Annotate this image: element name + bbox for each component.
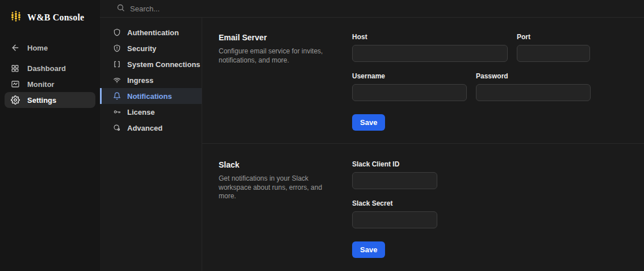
email-server-section: Email Server Configure email service for… [202, 18, 644, 144]
sidebar-item-settings[interactable]: Settings [5, 92, 95, 108]
wandb-dots-logo-icon [10, 10, 22, 25]
subnav-item-label: Advanced [127, 124, 162, 132]
wifi-icon [112, 76, 121, 85]
port-input[interactable] [517, 45, 590, 62]
slack-secret-label: Slack Secret [352, 199, 437, 207]
search-input[interactable] [130, 5, 300, 13]
host-field-group: Host [352, 33, 508, 62]
sidebar-item-home[interactable]: Home [5, 40, 95, 56]
section-title: Email Server [219, 33, 335, 42]
topbar [100, 0, 644, 18]
content-region: Authentication Security System Connectio… [100, 0, 644, 271]
search-bar[interactable] [116, 3, 644, 14]
slack-info: Slack Get notifications in your Slack wo… [219, 160, 352, 258]
password-input[interactable] [476, 84, 591, 101]
monitor-chart-icon [10, 80, 20, 89]
brand: W&B Console [0, 8, 100, 31]
subnav-item-authentication[interactable]: Authentication [100, 24, 202, 40]
settings-main: Email Server Configure email service for… [202, 18, 644, 271]
search-icon [116, 3, 125, 14]
section-title: Slack [219, 160, 335, 169]
slack-save-button[interactable]: Save [352, 241, 385, 258]
settings-subnav: Authentication Security System Connectio… [100, 18, 202, 271]
username-input[interactable] [352, 84, 467, 101]
advanced-gear-icon [112, 124, 121, 132]
slack-secret-field-group: Slack Secret [352, 199, 437, 228]
subnav-item-license[interactable]: License [100, 104, 202, 120]
slack-client-id-input[interactable] [352, 172, 437, 189]
subnav-item-security[interactable]: Security [100, 40, 202, 56]
slack-client-id-label: Slack Client ID [352, 160, 437, 168]
subnav-item-label: Security [127, 44, 156, 53]
slack-section: Slack Get notifications in your Slack wo… [202, 144, 644, 258]
subnav-item-label: Ingress [127, 76, 153, 85]
sidebar-item-dashboard[interactable]: Dashboard [5, 60, 95, 76]
brackets-icon [112, 60, 121, 69]
subnav-item-label: System Connections [127, 60, 200, 69]
app-title: W&B Console [27, 12, 84, 23]
email-server-form: Host Port Username [352, 33, 591, 143]
key-icon [112, 108, 121, 116]
subnav-item-label: Authentication [127, 28, 179, 37]
slack-secret-input[interactable] [352, 211, 437, 228]
primary-nav: Home Dashboard Monitor Settings [0, 40, 100, 108]
subnav-item-ingress[interactable]: Ingress [100, 72, 202, 88]
subnav-item-system-connections[interactable]: System Connections [100, 56, 202, 72]
sidebar-item-monitor[interactable]: Monitor [5, 76, 95, 92]
primary-sidebar: W&B Console Home Dashboard Monitor [0, 0, 100, 271]
sidebar-item-label: Monitor [27, 80, 55, 89]
shield-exclamation-icon [112, 44, 121, 53]
subnav-item-advanced[interactable]: Advanced [100, 120, 202, 136]
back-arrow-icon [10, 43, 20, 53]
port-field-group: Port [517, 33, 590, 62]
section-description: Configure email service for invites, not… [219, 47, 332, 65]
slack-client-id-field-group: Slack Client ID [352, 160, 437, 189]
host-label: Host [352, 33, 508, 41]
username-field-group: Username [352, 72, 467, 101]
host-input[interactable] [352, 45, 508, 62]
section-description: Get notifications in your Slack workspac… [219, 174, 335, 201]
dashboard-grid-icon [10, 64, 20, 73]
app-window: W&B Console Home Dashboard Monitor [0, 0, 644, 271]
password-field-group: Password [476, 72, 591, 101]
subnav-item-label: License [127, 108, 154, 116]
email-save-button[interactable]: Save [352, 114, 385, 131]
sidebar-item-label: Home [27, 44, 48, 52]
shield-icon [112, 28, 121, 37]
password-label: Password [476, 72, 591, 80]
content-row: Authentication Security System Connectio… [100, 18, 644, 271]
sidebar-item-label: Settings [27, 96, 56, 105]
slack-form: Slack Client ID Slack Secret Save [352, 160, 437, 258]
bell-icon [112, 92, 121, 101]
username-label: Username [352, 72, 467, 80]
port-label: Port [517, 33, 590, 41]
sidebar-item-label: Dashboard [27, 64, 66, 73]
subnav-item-notifications[interactable]: Notifications [100, 88, 202, 104]
gear-icon [10, 95, 20, 105]
subnav-item-label: Notifications [127, 92, 172, 101]
email-server-info: Email Server Configure email service for… [219, 33, 352, 143]
